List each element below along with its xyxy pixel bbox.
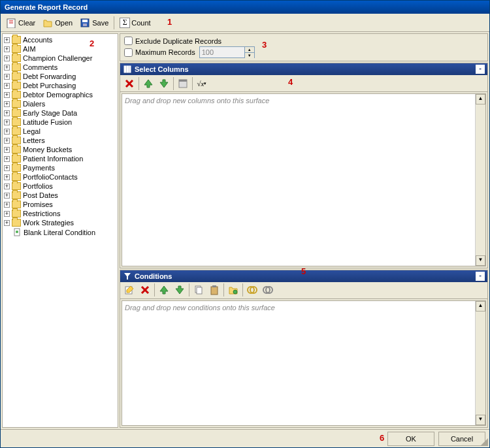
tree-item[interactable]: +Promises [3,200,118,209]
tree-item[interactable]: +Debt Purchasing [3,81,118,90]
tree-item[interactable]: +Latitude Fusion [3,118,118,127]
tree-item[interactable]: +Dialers [3,99,118,108]
expand-icon[interactable]: + [4,129,10,135]
tree-item[interactable]: +Champion Challenger [3,54,118,63]
aggregate-button[interactable]: √x▾ [194,76,210,91]
main-area: +Accounts+AIM+Champion Challenger+Commen… [1,32,489,429]
tree-item[interactable]: +Payments [3,163,118,172]
tree-item[interactable]: +Accounts [3,35,118,44]
tree-item-label: Promises [23,200,53,208]
delete-column-button[interactable] [122,76,137,91]
folder-icon [12,146,21,153]
maximum-records-input[interactable] [199,46,245,58]
tree-item[interactable]: +Letters [3,136,118,145]
folder-icon [12,164,21,172]
conditions-drop-area[interactable]: Drag and drop new conditions onto this s… [122,300,486,426]
folder-icon [12,191,21,199]
tree-item[interactable]: +Restrictions [3,209,118,218]
folder-icon [12,173,21,181]
expand-icon[interactable]: + [4,56,10,61]
expand-icon[interactable]: + [4,174,10,180]
move-up-button[interactable] [140,76,156,91]
cond-move-up-button[interactable] [156,283,172,297]
maximum-records-checkbox[interactable] [124,48,133,57]
expand-icon[interactable]: + [4,220,10,226]
select-columns-toolbar: √x▾ [120,75,487,92]
clear-icon [5,17,17,29]
or-group-button[interactable] [260,283,276,297]
scrollbar[interactable]: ▲▼ [475,94,485,266]
folder-icon [12,91,21,99]
expand-icon[interactable]: + [4,74,10,80]
expand-icon[interactable]: + [4,46,10,52]
tree-item[interactable]: +Patient Information [3,154,118,163]
expand-icon[interactable]: + [4,83,10,89]
delete-condition-button[interactable] [137,283,153,297]
ok-button[interactable]: OK [387,432,434,446]
count-label: Count [131,19,150,27]
maximum-records-spinner[interactable]: ▲▼ [245,46,255,58]
expand-icon[interactable]: + [4,193,10,199]
select-columns-collapse-button[interactable]: - [476,65,485,74]
tree-item-label: Legal [23,127,41,135]
open-button[interactable]: Open [39,15,76,31]
cond-move-down-button[interactable] [172,283,188,297]
tree-item[interactable]: +PortfolioContacts [3,172,118,182]
tree-item[interactable]: +Money Buckets [3,145,118,154]
folder-icon [12,136,21,144]
format-button[interactable] [175,76,191,91]
tree-item-label: Debt Purchasing [23,82,76,89]
folder-icon [12,72,21,80]
document-icon [13,228,22,236]
tree-item[interactable]: +Debtor Demographics [3,90,118,99]
expand-icon[interactable]: + [4,202,10,208]
expand-icon[interactable]: + [4,165,10,171]
paste-condition-button[interactable] [206,283,222,297]
exclude-duplicates-label: Exclude Duplicate Records [135,37,221,45]
expand-icon[interactable]: + [4,101,10,107]
svg-rect-16 [211,287,218,295]
expand-icon[interactable]: + [4,120,10,125]
tree-item[interactable]: +AIM [3,44,118,54]
tree-item[interactable]: +Debt Forwarding [3,72,118,81]
folder-icon [12,54,21,62]
tree-item[interactable]: +Comments [3,63,118,72]
tree-item[interactable]: +Work Strategies [3,218,118,227]
and-group-button[interactable] [244,283,260,297]
cancel-button[interactable]: Cancel [438,432,485,446]
expand-icon[interactable]: + [4,92,10,98]
resize-grip[interactable] [480,438,488,446]
copy-condition-button[interactable] [191,283,206,297]
tree-item-label: Comments [23,63,57,71]
scrollbar[interactable]: ▲▼ [475,301,485,425]
svg-rect-12 [179,80,187,82]
clear-button[interactable]: Clear [2,15,39,31]
move-down-button[interactable] [156,76,172,91]
select-columns-title: Select Columns [135,65,189,73]
tree-item[interactable]: +Early Stage Data [3,108,118,118]
exclude-duplicates-checkbox[interactable] [124,37,133,45]
edit-condition-button[interactable] [122,283,137,297]
count-button[interactable]: Σ Count [116,16,154,30]
expand-icon[interactable]: + [4,184,10,189]
select-columns-drop-area[interactable]: Drag and drop new columns onto this surf… [122,93,486,266]
tree-item[interactable]: +Post Dates [3,191,118,200]
tree-item-label: Accounts [23,36,52,44]
expand-icon[interactable]: + [4,211,10,217]
expand-icon[interactable]: + [4,138,10,144]
expand-icon[interactable]: + [4,156,10,162]
group-condition-button[interactable] [225,283,241,297]
tree-item-label: Payments [23,164,55,172]
open-label: Open [55,19,73,27]
expand-icon[interactable]: + [4,65,10,71]
conditions-collapse-button[interactable]: - [476,272,485,281]
expand-icon[interactable]: + [4,147,10,153]
expand-icon[interactable]: + [4,37,10,43]
tree-item[interactable]: Blank Literal Condition [3,227,118,237]
tree-item[interactable]: +Legal [3,127,118,136]
tree-item[interactable]: +Portfolios [3,182,118,191]
svg-rect-5 [83,24,87,26]
save-label: Save [92,19,108,27]
expand-icon[interactable]: + [4,110,10,116]
save-button[interactable]: Save [76,15,112,31]
